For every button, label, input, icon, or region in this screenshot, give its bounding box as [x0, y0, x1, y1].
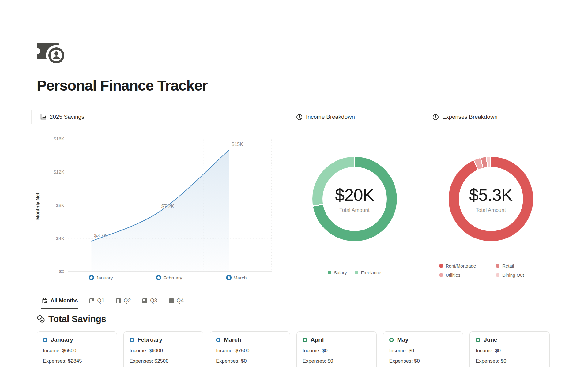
month-marker-icon: [43, 338, 47, 342]
legend-item-utilities[interactable]: Utilities: [439, 272, 496, 278]
card-march-income: Income: $7500: [216, 347, 284, 354]
svg-text:$16K: $16K: [54, 136, 64, 141]
legend-item-dining[interactable]: Dining Out: [496, 272, 542, 278]
month-marker-icon: [216, 338, 221, 342]
expenses-donut-center: $5.3K Total Amount: [449, 157, 533, 241]
card-april: April Income: $0 Expenses: $0 Net: $0: [296, 331, 377, 367]
tab-q4[interactable]: Q4: [168, 298, 184, 309]
income-donut-chart: $20K Total Amount: [312, 157, 397, 241]
card-june-title: June: [484, 336, 497, 343]
card-may: May Income: $0 Expenses: $0 Net: $0: [383, 331, 463, 367]
month-marker-icon: [389, 338, 394, 342]
quarter-4-icon: [169, 298, 174, 303]
svg-text:January: January: [96, 275, 113, 280]
card-april-income: Income: $0: [303, 347, 371, 354]
card-april-expenses: Expenses: $0: [303, 358, 371, 364]
month-marker-icon: [476, 338, 480, 342]
card-february-expenses: Expenses: $2500: [130, 358, 198, 364]
card-march-header: March: [216, 336, 284, 343]
card-april-header: April: [303, 336, 371, 343]
savings-header: 2025 Savings: [31, 110, 275, 124]
tab-q4-label: Q4: [177, 298, 184, 304]
income-title: Income Breakdown: [306, 114, 355, 120]
tab-q2[interactable]: Q2: [115, 298, 131, 309]
tab-all-months-label: All Months: [51, 298, 78, 304]
tab-all-months[interactable]: All Months: [41, 298, 78, 309]
rent-swatch: [439, 264, 443, 268]
income-total-value: $20K: [335, 185, 374, 205]
expenses-total-value: $5.3K: [469, 185, 512, 205]
charts-row: 2025 Savings $0$4K$8K$12K$16KMonthly Net…: [37, 110, 550, 286]
expenses-header: Expenses Breakdown: [432, 110, 550, 124]
dining-label: Dining Out: [502, 272, 524, 278]
card-may-header: May: [389, 336, 457, 343]
freelance-swatch: [355, 271, 358, 274]
svg-text:March: March: [233, 275, 247, 280]
svg-text:$7.2K: $7.2K: [161, 204, 174, 209]
svg-text:$0: $0: [59, 269, 64, 274]
card-june-income: Income: $0: [476, 347, 544, 354]
income-legend: Salary Freelance: [296, 270, 413, 275]
total-savings-heading: Total Savings: [37, 314, 550, 324]
savings-section: 2025 Savings $0$4K$8K$12K$16KMonthly Net…: [31, 110, 275, 286]
svg-text:Monthly Net: Monthly Net: [35, 193, 40, 220]
svg-text:$3.7K: $3.7K: [94, 233, 107, 238]
income-donut-center: $20K Total Amount: [312, 157, 397, 241]
freelance-label: Freelance: [361, 270, 381, 275]
svg-text:$4K: $4K: [56, 236, 64, 241]
card-june-header: June: [476, 336, 544, 343]
card-april-title: April: [311, 336, 324, 343]
legend-item-retail[interactable]: Retail: [496, 263, 542, 268]
card-february-title: February: [138, 336, 162, 343]
utilities-swatch: [439, 273, 443, 277]
card-march: March Income: $7500 Expenses: $0 Net: $7…: [210, 331, 290, 367]
legend-item-salary[interactable]: Salary: [328, 270, 347, 275]
svg-text:February: February: [163, 275, 182, 280]
salary-swatch: [328, 271, 331, 274]
tab-q1-label: Q1: [97, 298, 104, 304]
card-february: February Income: $6000 Expenses: $2500 N…: [123, 331, 204, 367]
quarter-1-icon: [89, 298, 94, 303]
quarter-3-icon: [142, 298, 147, 303]
retail-swatch: [496, 264, 499, 268]
banknote-coin-icon: [37, 43, 67, 64]
card-january-header: January: [43, 336, 111, 343]
income-section: Income Breakdown $20K Total Amount Salar…: [296, 110, 413, 286]
pie-chart-icon: [432, 114, 439, 120]
legend-item-freelance[interactable]: Freelance: [355, 270, 381, 275]
svg-text:$8K: $8K: [56, 203, 64, 208]
card-february-income: Income: $6000: [130, 347, 198, 354]
month-marker-icon: [303, 338, 307, 342]
pie-chart-icon: [296, 114, 303, 120]
total-savings-title: Total Savings: [48, 314, 106, 324]
page-title: Personal Finance Tracker: [37, 77, 550, 94]
tab-q3[interactable]: Q3: [142, 298, 158, 309]
expenses-donut-chart: $5.3K Total Amount: [449, 157, 533, 241]
retail-label: Retail: [502, 263, 514, 268]
utilities-label: Utilities: [446, 272, 460, 278]
svg-text:$15K: $15K: [232, 142, 243, 147]
tab-q1[interactable]: Q1: [89, 298, 105, 309]
tab-q3-label: Q3: [150, 298, 157, 304]
rent-label: Rent/Mortgage: [446, 263, 476, 268]
card-january: January Income: $6500 Expenses: $2845 Ne…: [37, 331, 117, 367]
card-may-expenses: Expenses: $0: [389, 358, 457, 364]
card-january-expenses: Expenses: $2845: [43, 358, 111, 364]
month-cards: January Income: $6500 Expenses: $2845 Ne…: [37, 331, 550, 367]
period-tabs: All Months Q1 Q2 Q3 Q4: [31, 298, 550, 309]
legend-item-rent[interactable]: Rent/Mortgage: [439, 263, 496, 268]
income-total-label: Total Amount: [339, 207, 369, 213]
card-march-title: March: [224, 336, 241, 343]
expenses-legend: Rent/Mortgage Retail Utilities Dining Ou…: [432, 263, 550, 278]
tab-q2-label: Q2: [124, 298, 131, 304]
card-march-expenses: Expenses: $0: [216, 358, 284, 364]
quarter-2-icon: [116, 298, 121, 303]
salary-label: Salary: [334, 270, 347, 275]
savings-title: 2025 Savings: [50, 114, 84, 120]
area-chart-icon: [40, 114, 46, 120]
card-january-title: January: [51, 336, 73, 343]
card-january-income: Income: $6500: [43, 347, 111, 354]
income-header: Income Breakdown: [296, 110, 413, 124]
coins-icon: [37, 315, 45, 323]
card-may-income: Income: $0: [389, 347, 457, 354]
